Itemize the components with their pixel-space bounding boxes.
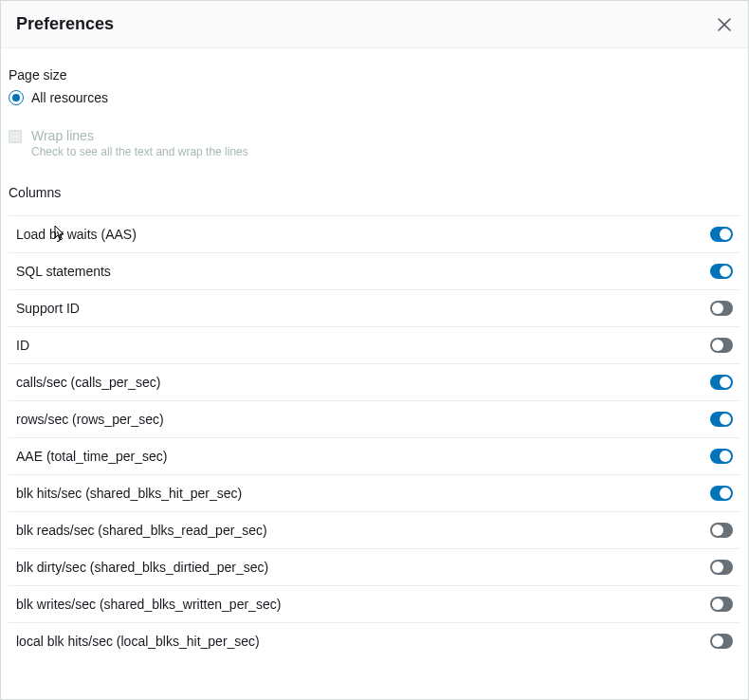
column-toggle[interactable] <box>710 560 733 575</box>
column-toggle[interactable] <box>710 227 733 242</box>
page-size-section: Page size All resources <box>9 67 740 105</box>
column-row: Load by waits (AAS) <box>9 215 740 252</box>
column-toggle[interactable] <box>710 634 733 649</box>
column-row: rows/sec (rows_per_sec) <box>9 400 740 437</box>
wrap-lines-checkbox[interactable] <box>9 130 22 143</box>
close-icon <box>718 18 731 31</box>
column-toggle[interactable] <box>710 523 733 538</box>
column-label: blk reads/sec (shared_blks_read_per_sec) <box>16 523 267 538</box>
dialog-title: Preferences <box>16 14 114 34</box>
column-toggle[interactable] <box>710 486 733 501</box>
column-toggle[interactable] <box>710 597 733 612</box>
column-label: Load by waits (AAS) <box>16 227 137 242</box>
column-label: blk writes/sec (shared_blks_written_per_… <box>16 597 281 612</box>
column-row: blk dirty/sec (shared_blks_dirtied_per_s… <box>9 548 740 585</box>
columns-list: Load by waits (AAS)SQL statementsSupport… <box>9 215 740 659</box>
radio-all-resources-label: All resources <box>31 90 108 105</box>
close-button[interactable] <box>716 16 733 33</box>
columns-section: Columns Load by waits (AAS)SQL statement… <box>9 185 740 659</box>
page-size-option-row[interactable]: All resources <box>9 90 740 105</box>
column-row: local blk hits/sec (local_blks_hit_per_s… <box>9 622 740 659</box>
column-label: blk dirty/sec (shared_blks_dirtied_per_s… <box>16 560 268 575</box>
column-toggle[interactable] <box>710 338 733 353</box>
column-row: AAE (total_time_per_sec) <box>9 437 740 474</box>
columns-label: Columns <box>9 185 740 200</box>
column-label: AAE (total_time_per_sec) <box>16 449 168 464</box>
dialog-body: Page size All resources Wrap lines Check… <box>1 48 748 659</box>
column-label: blk hits/sec (shared_blks_hit_per_sec) <box>16 486 242 501</box>
column-row: blk writes/sec (shared_blks_written_per_… <box>9 585 740 622</box>
column-toggle[interactable] <box>710 449 733 464</box>
column-label: calls/sec (calls_per_sec) <box>16 375 161 390</box>
wrap-lines-desc: Check to see all the text and wrap the l… <box>31 145 248 158</box>
column-label: rows/sec (rows_per_sec) <box>16 412 164 427</box>
dialog-header: Preferences <box>1 1 748 48</box>
column-row: ID <box>9 326 740 363</box>
column-label: Support ID <box>16 301 80 316</box>
column-row: blk hits/sec (shared_blks_hit_per_sec) <box>9 474 740 511</box>
radio-all-resources[interactable] <box>9 90 24 105</box>
wrap-lines-labels: Wrap lines Check to see all the text and… <box>31 128 248 158</box>
wrap-lines-row: Wrap lines Check to see all the text and… <box>9 128 740 158</box>
column-toggle[interactable] <box>710 301 733 316</box>
column-toggle[interactable] <box>710 412 733 427</box>
wrap-lines-title: Wrap lines <box>31 128 248 143</box>
column-toggle[interactable] <box>710 375 733 390</box>
column-label: SQL statements <box>16 264 111 279</box>
column-row: SQL statements <box>9 252 740 289</box>
column-label: local blk hits/sec (local_blks_hit_per_s… <box>16 634 260 649</box>
column-row: blk reads/sec (shared_blks_read_per_sec) <box>9 511 740 548</box>
column-label: ID <box>16 338 29 353</box>
page-size-label: Page size <box>9 67 740 83</box>
column-row: Support ID <box>9 289 740 326</box>
column-row: calls/sec (calls_per_sec) <box>9 363 740 400</box>
column-toggle[interactable] <box>710 264 733 279</box>
